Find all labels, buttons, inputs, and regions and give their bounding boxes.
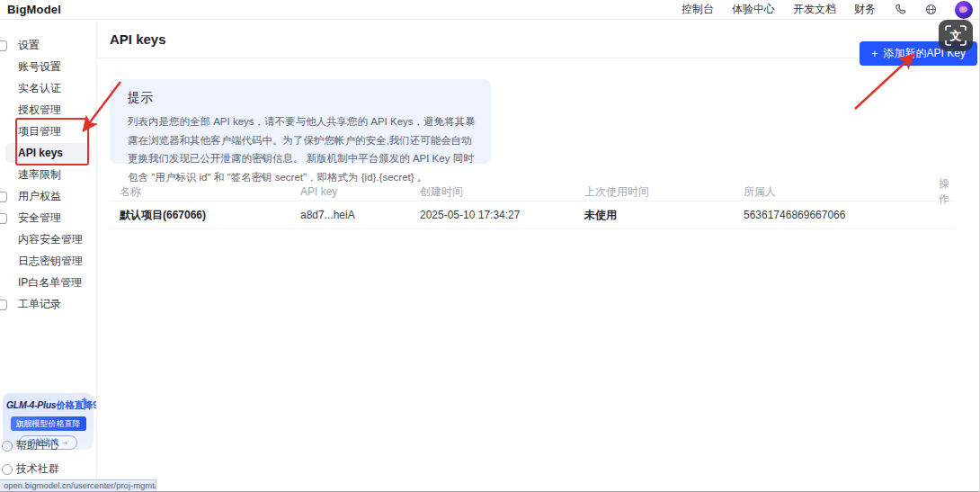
top-nav: 控制台 体验中心 开发文档 财务 — [682, 1, 973, 19]
sidebar-item-security-mgmt[interactable]: 安全管理 — [0, 207, 97, 228]
promo-price-button[interactable]: 旗舰模型价格直降 — [11, 416, 86, 431]
screenshot-translate-tool-icon[interactable]: 文 — [939, 20, 973, 51]
sidebar-item-realname-auth[interactable]: 实名认证 — [0, 77, 97, 99]
table-header-row: 名称 API key 创建时间 上次使用时间 所属人 操作 — [110, 176, 955, 201]
nav-dev-docs[interactable]: 开发文档 — [793, 2, 836, 17]
user-avatar[interactable] — [955, 1, 973, 19]
language-globe-icon[interactable] — [924, 4, 937, 16]
main-content: API keys + 添加新的API Key 提示 列表内是您的全部 API k… — [98, 20, 980, 492]
nav-finance[interactable]: 财务 — [854, 2, 876, 17]
status-bar-url: open.bigmodel.cn/usercenter/proj-mgmt/ap… — [0, 479, 156, 492]
page-title: API keys — [110, 31, 166, 47]
sidebar-item-settings[interactable]: 设置 — [0, 34, 97, 56]
api-keys-table: 名称 API key 创建时间 上次使用时间 所属人 操作 默认项目(66706… — [110, 176, 955, 229]
notice-title: 提示 — [128, 90, 475, 106]
sidebar-item-api-keys[interactable]: API keys — [0, 142, 97, 164]
nav-experience-center[interactable]: 体验中心 — [732, 2, 775, 17]
col-name: 名称 — [120, 184, 300, 200]
sidebar-menu: 设置 账号设置 实名认证 授权管理 项目管理 API keys 速率限制 用户权… — [0, 34, 97, 315]
sparkle-icon: ✦ — [81, 395, 88, 405]
sidebar-item-rate-limit[interactable]: 速率限制 — [0, 164, 97, 185]
page-header: API keys — [98, 20, 980, 58]
bigmodel-logo[interactable]: BigModel — [7, 3, 61, 16]
cell-owner-id: 56361746869667066 — [744, 209, 939, 221]
cell-last-used: 未使用 — [584, 208, 744, 223]
top-header-bar: BigModel 控制台 体验中心 开发文档 财务 — [0, 0, 980, 20]
sidebar-item-log-key-mgmt[interactable]: 日志密钥管理 — [0, 250, 97, 272]
sidebar-item-ip-whitelist-mgmt[interactable]: IP白名单管理 — [0, 272, 97, 293]
sidebar-item-user-benefits[interactable]: 用户权益 — [0, 185, 97, 207]
plus-icon: + — [871, 48, 878, 59]
settings-sidebar: 设置 账号设置 实名认证 授权管理 项目管理 API keys 速率限制 用户权… — [0, 20, 97, 492]
promo-title: GLM-4-Plus价格直降90% — [6, 399, 90, 412]
sidebar-item-account-settings[interactable]: 账号设置 — [0, 56, 97, 77]
col-owner: 所属人 — [744, 184, 939, 200]
cell-created-time: 2025-05-10 17:34:27 — [420, 209, 584, 221]
sidebar-item-help-center[interactable]: 帮助中心 — [0, 434, 97, 457]
col-last-used-time: 上次使用时间 — [584, 184, 744, 200]
sidebar-item-tech-community[interactable]: 技术社群 — [0, 457, 97, 480]
support-phone-icon[interactable] — [894, 4, 906, 16]
col-api-key: API key — [300, 185, 420, 198]
col-actions: 操作 — [939, 176, 955, 207]
sidebar-footer: 帮助中心 技术社群 — [0, 434, 97, 480]
col-created-time: 创建时间 — [420, 184, 584, 200]
table-row[interactable]: 默认项目(667066) a8d7...heiA 2025-05-10 17:3… — [110, 201, 955, 229]
sidebar-item-api-keys-label: API keys — [18, 147, 63, 159]
sidebar-item-content-security-mgmt[interactable]: 内容安全管理 — [0, 228, 97, 250]
cell-project-name: 默认项目(667066) — [120, 208, 300, 223]
promo-discount: 价格直降90% — [56, 399, 97, 410]
promo-brand: GLM-4-Plus — [6, 399, 56, 410]
notice-box: 提示 列表内是您的全部 API keys，请不要与他人共享您的 API Keys… — [110, 79, 491, 164]
sidebar-item-authorization-mgmt[interactable]: 授权管理 — [0, 99, 97, 121]
cell-api-key-masked: a8d7...heiA — [300, 209, 420, 221]
nav-console[interactable]: 控制台 — [682, 2, 714, 17]
scan-frame-icon — [939, 20, 973, 51]
sidebar-item-project-mgmt[interactable]: 项目管理 — [0, 121, 97, 142]
sidebar-item-ticket-records[interactable]: 工单记录 — [0, 293, 97, 315]
